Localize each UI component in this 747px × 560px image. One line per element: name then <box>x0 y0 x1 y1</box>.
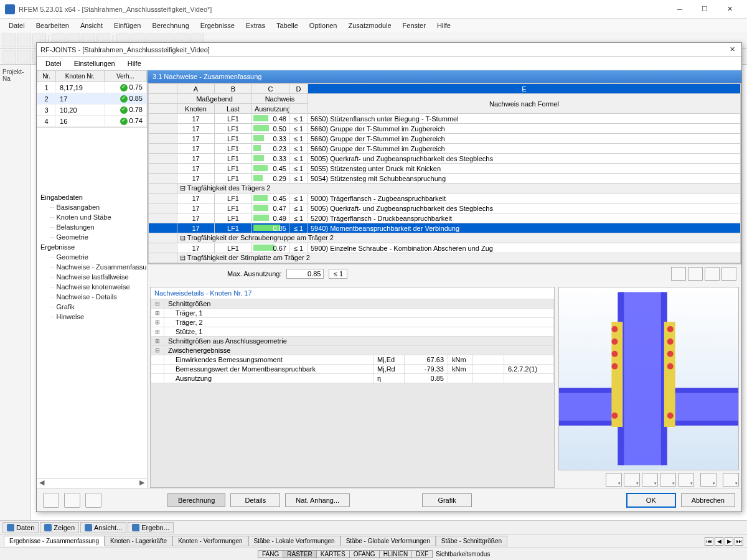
menu-einfuegen[interactable]: Einfügen <box>109 21 146 30</box>
tab-knoten-lagerkraefte[interactable]: Knoten - Lagerkräfte <box>105 536 172 546</box>
tree-item[interactable]: Nachweise lastfallweise <box>37 272 147 282</box>
menu-optionen[interactable]: Optionen <box>304 21 342 30</box>
berechnung-button[interactable]: Berechnung <box>167 493 225 507</box>
case-row[interactable]: 4160.74 <box>37 116 147 127</box>
tree-item[interactable]: Nachweise knotenweise <box>37 282 147 292</box>
design-row[interactable]: 17LF10.67≤ 15900) Einzelne Schraube - Ko… <box>149 243 741 253</box>
ok-button[interactable]: OK <box>626 493 676 508</box>
menu-bearbeiten[interactable]: Bearbeiten <box>31 21 74 30</box>
case-row[interactable]: 18,17,190.75 <box>37 82 147 93</box>
tree-item[interactable]: Hinweise <box>37 312 147 322</box>
help-button[interactable] <box>43 493 59 508</box>
menu-extras[interactable]: Extras <box>241 21 270 30</box>
tree-section[interactable]: Eingabedaten <box>37 192 147 202</box>
design-row[interactable]: 17LF10.23≤ 15660) Gruppe der T-Stummel i… <box>149 144 741 154</box>
tab-staebe-lokale[interactable]: Stäbe - Lokale Verformungen <box>248 536 341 546</box>
menu-datei[interactable]: Datei <box>4 21 30 30</box>
dialog-menu-hilfe[interactable]: Hilfe <box>123 58 146 68</box>
tab-ergebnisse-zusammenfassung[interactable]: Ergebnisse - Zusammenfassung <box>4 536 105 546</box>
menu-ansicht[interactable]: Ansicht <box>75 21 108 30</box>
menu-hilfe[interactable]: Hilfe <box>432 21 456 30</box>
view-z-button[interactable] <box>642 473 658 487</box>
design-row[interactable]: 17LF10.33≤ 15660) Gruppe der T-Stummel i… <box>149 134 741 144</box>
menu-tabelle[interactable]: Tabelle <box>271 21 303 30</box>
toolbar-button[interactable] <box>17 34 31 47</box>
design-row[interactable]: ⊟ Tragfähigkeit der Schraubengruppe am T… <box>149 233 741 243</box>
tree-item[interactable]: Geometrie <box>37 252 147 262</box>
minimize-button[interactable]: ─ <box>667 1 692 18</box>
dialog-close-button[interactable]: ✕ <box>726 44 738 55</box>
tab-ergebnisse[interactable]: Ergebn... <box>128 522 174 533</box>
toolbar-button[interactable] <box>2 50 16 63</box>
menu-berechnung[interactable]: Berechnung <box>147 21 194 30</box>
toolbar-button[interactable] <box>17 50 31 63</box>
filter-button[interactable] <box>688 267 703 281</box>
design-row[interactable]: 17LF10.29≤ 15054) Stützensteg mit Schubb… <box>149 174 741 184</box>
status-ofang[interactable]: OFANG <box>349 550 380 558</box>
chart-button[interactable] <box>705 267 720 281</box>
tab-daten[interactable]: Daten <box>2 522 39 533</box>
tree-item[interactable]: Nachweise - Details <box>37 292 147 302</box>
status-raster[interactable]: RASTER <box>283 550 317 558</box>
close-button[interactable]: ✕ <box>717 1 742 18</box>
import-button[interactable] <box>64 493 80 508</box>
dialog-menu-einstellungen[interactable]: Einstellungen <box>69 58 120 68</box>
tree-item[interactable]: Grafik <box>37 302 147 312</box>
export-button[interactable] <box>721 267 736 281</box>
tab-nav-first[interactable]: ⏮ <box>705 537 713 546</box>
scroll-left-icon[interactable]: ◀ <box>39 478 44 488</box>
scroll-right-icon[interactable]: ▶ <box>139 478 144 488</box>
nat-anhang-button[interactable]: Nat. Anhang... <box>285 493 350 507</box>
design-row[interactable]: 17LF10.85≤ 15940) Momentbeanspruchbarkei… <box>149 223 741 233</box>
tree-item[interactable]: Basisangaben <box>37 202 147 212</box>
col-verh[interactable]: Verh... <box>104 71 146 82</box>
details-row[interactable]: ⊟Schnittgrößen <box>151 299 554 309</box>
case-row[interactable]: 310,200.78 <box>37 105 147 116</box>
design-row[interactable]: 17LF10.49≤ 15200) Trägerflansch - Druckb… <box>149 213 741 223</box>
tab-knoten-verformungen[interactable]: Knoten - Verformungen <box>172 536 248 546</box>
abbrechen-button[interactable]: Abbrechen <box>681 493 735 507</box>
tree-item[interactable]: Belastungen <box>37 222 147 232</box>
details-table[interactable]: Nachweisdetails - Knoten Nr. 17 ⊟Schnitt… <box>150 287 555 488</box>
details-row[interactable]: ⊞Träger, 2 <box>151 318 554 327</box>
view-iso-button[interactable] <box>660 473 676 487</box>
view-print-button[interactable] <box>723 473 739 487</box>
menu-zusatzmodule[interactable]: Zusatzmodule <box>344 21 397 30</box>
case-grid[interactable]: Nr. Knoten Nr. Verh... 18,17,190.752170.… <box>37 70 147 128</box>
details-row[interactable]: ⊞Stütze, 1 <box>151 327 554 337</box>
design-row[interactable]: 17LF10.45≤ 15055) Stützensteg unter Druc… <box>149 164 741 174</box>
status-fang[interactable]: FANG <box>258 550 283 558</box>
details-row[interactable]: Bemessungswert der MomentbeanspruchbarkM… <box>151 365 554 374</box>
grafik-button[interactable]: Grafik <box>422 493 472 507</box>
tree-item[interactable]: Nachweise - Zusammenfassung <box>37 262 147 272</box>
export-button[interactable] <box>85 493 101 508</box>
menu-fenster[interactable]: Fenster <box>398 21 431 30</box>
navigation-tree[interactable]: EingabedatenBasisangabenKnoten und Stäbe… <box>37 190 147 478</box>
view-y-button[interactable] <box>624 473 640 487</box>
details-row[interactable]: Ausnutzungη0.85 <box>151 374 554 383</box>
tab-zeigen[interactable]: Zeigen <box>40 522 79 533</box>
details-row[interactable]: ⊞Träger, 1 <box>151 309 554 318</box>
details-row[interactable]: ⊞Schnittgrößen aus Anschlussgeometrie <box>151 337 554 346</box>
design-row[interactable]: ⊟ Tragfähigkeit der Stirnplatte am Träge… <box>149 253 741 263</box>
design-row[interactable]: 17LF10.50≤ 15660) Gruppe der T-Stummel i… <box>149 124 741 134</box>
view-render-button[interactable] <box>678 473 694 487</box>
tab-nav-next[interactable]: ▶ <box>725 537 733 546</box>
design-row[interactable]: 17LF10.48≤ 15650) Stützenflansch unter B… <box>149 114 741 124</box>
tab-nav-prev[interactable]: ◀ <box>715 537 723 546</box>
design-row[interactable]: 17LF10.47≤ 15005) Querkraft- und Zugbean… <box>149 203 741 213</box>
details-button[interactable]: Details <box>230 493 280 507</box>
status-sichtbarkeit[interactable]: Sichtbarkeitsmodus <box>432 551 494 558</box>
view-zoom-button[interactable] <box>700 473 716 487</box>
view-x-button[interactable] <box>606 473 622 487</box>
toolbar-button[interactable] <box>2 34 16 47</box>
tab-staebe-schnittgroessen[interactable]: Stäbe - Schnittgrößen <box>436 536 507 546</box>
status-hlinien[interactable]: HLINIEN <box>379 550 412 558</box>
maximize-button[interactable]: ☐ <box>692 1 717 18</box>
view-eye-button[interactable] <box>671 267 686 281</box>
status-kartes[interactable]: KARTES <box>316 550 350 558</box>
case-row[interactable]: 2170.85 <box>37 93 147 105</box>
tree-item[interactable]: Knoten und Stäbe <box>37 212 147 222</box>
dialog-menu-datei[interactable]: Datei <box>40 58 67 68</box>
status-dxf[interactable]: DXF <box>411 550 433 558</box>
